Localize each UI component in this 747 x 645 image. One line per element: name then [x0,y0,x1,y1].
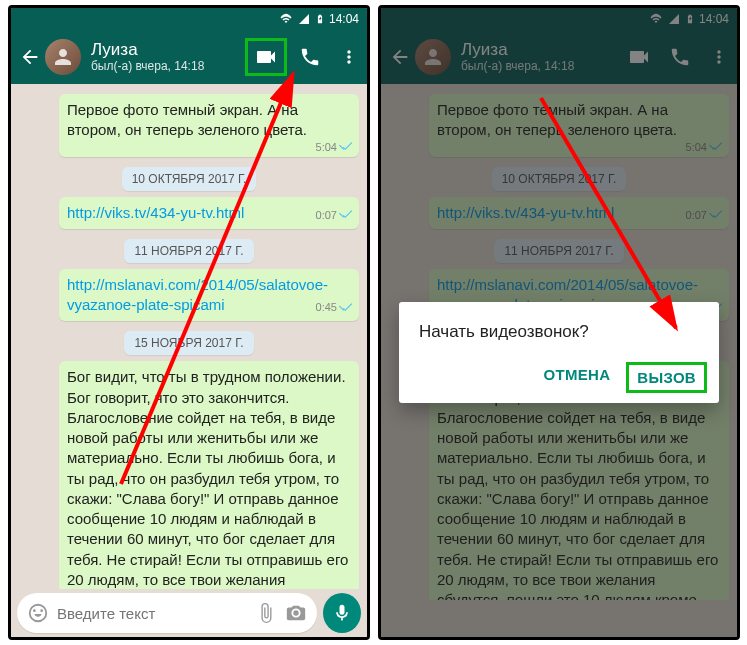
date-chip: 11 НОЯБРЯ 2017 Г. [124,239,253,263]
input-bar [11,589,367,637]
battery-icon [315,12,325,26]
menu-button[interactable] [339,47,359,67]
avatar[interactable] [45,39,81,75]
clock: 14:04 [329,12,359,26]
video-call-button[interactable] [245,38,287,76]
dialog-title: Начать видеозвонок? [419,322,699,342]
message-out[interactable]: Первое фото темный экран. А на втором, о… [59,94,359,157]
chat-area[interactable]: Первое фото темный экран. А на втором, о… [11,84,367,600]
emoji-icon[interactable] [27,602,49,624]
message-input[interactable] [57,605,247,622]
signal-icon [297,13,311,25]
mic-button[interactable] [323,593,361,633]
header-name-block[interactable]: Луиза был(-а) вчера, 14:18 [91,41,251,73]
message-out[interactable]: http://viks.tv/434-yu-tv.html0:07 [59,197,359,229]
call-button[interactable]: ВЫЗОВ [626,362,707,393]
read-icon [339,210,353,220]
camera-icon[interactable] [285,602,307,624]
video-call-dialog: Начать видеозвонок? ОТМЕНА ВЫЗОВ [399,302,719,403]
date-chip: 15 НОЯБРЯ 2017 Г. [124,331,253,355]
link[interactable]: http://viks.tv/434-yu-tv.html [67,204,244,221]
back-icon[interactable] [19,46,41,68]
contact-name: Луиза [91,41,251,60]
message-input-box[interactable] [17,593,317,633]
cancel-button[interactable]: ОТМЕНА [543,366,610,389]
message-out[interactable]: http://mslanavi.com/2014/05/salatovoe-vy… [59,269,359,322]
read-icon [339,142,353,152]
last-seen: был(-а) вчера, 14:18 [91,60,251,73]
message-out[interactable]: Бог видит, что ты в трудном положении. Б… [59,361,359,600]
phone-left: 14:04 Луиза был(-а) вчера, 14:18 Первое … [8,5,370,640]
status-bar: 14:04 [11,8,367,30]
date-chip: 10 ОКТЯБРЯ 2017 Г. [122,167,257,191]
attach-icon[interactable] [255,602,277,624]
link[interactable]: http://mslanavi.com/2014/05/salatovoe-vy… [67,276,328,313]
phone-right: 14:04 Луиза был(-а) вчера, 14:18 Первое … [378,5,740,640]
wifi-icon [279,13,293,25]
voice-call-button[interactable] [299,46,321,68]
read-icon [339,303,353,313]
chat-header: Луиза был(-а) вчера, 14:18 [11,30,367,84]
